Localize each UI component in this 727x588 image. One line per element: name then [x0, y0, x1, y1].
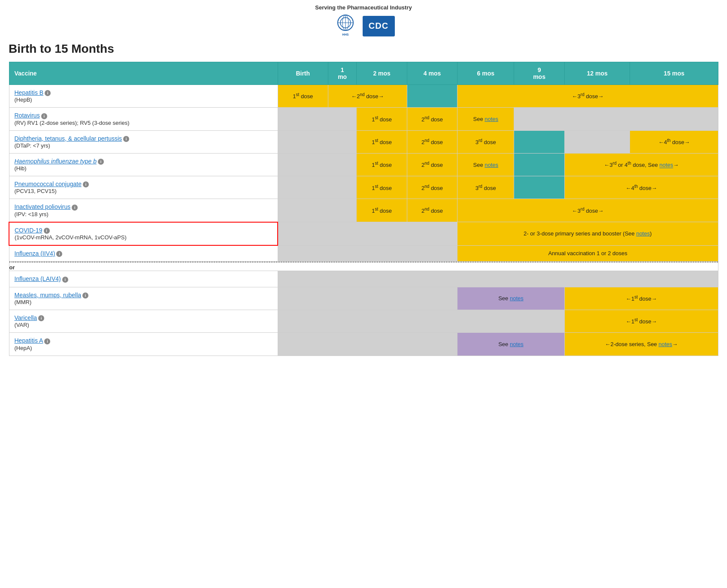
dose-cell: [278, 130, 357, 153]
table-row: Varicellai(VAR)←1st dose→: [9, 310, 718, 332]
top-header: Serving the Pharmaceutical Industry: [9, 4, 718, 11]
vaccine-name[interactable]: Diphtheria, tetanus, & acellular pertuss…: [15, 135, 122, 142]
vaccine-name[interactable]: Hepatitis A: [15, 337, 43, 344]
vaccine-cell-0: Hepatitis Bi(HepB): [9, 85, 278, 108]
info-icon[interactable]: i: [45, 90, 51, 96]
info-icon[interactable]: i: [83, 181, 89, 187]
vaccine-name[interactable]: Pneumococcal conjugate: [15, 181, 82, 187]
table-row: Inactivated poliovirusi(IPV: <18 yrs)1st…: [9, 199, 718, 222]
vaccine-subtitle: (HepA): [15, 345, 32, 351]
dose-cell: 3rd dose: [457, 130, 514, 153]
vaccine-cell-10: Varicellai(VAR): [9, 310, 278, 332]
vaccine-cell-5: Inactivated poliovirusi(IPV: <18 yrs): [9, 199, 278, 222]
page-title: Birth to 15 Months: [9, 42, 718, 56]
dose-cell: [564, 130, 630, 153]
hhs-logo: HHS: [333, 14, 358, 38]
table-row: Rotavirusi(RV) RV1 (2-dose series); RV5 …: [9, 108, 718, 130]
vaccine-subtitle: (MMR): [15, 299, 32, 305]
dose-cell: 1st dose: [357, 153, 407, 176]
table-row: COVID-19i(1vCOV-mRNA, 2vCOV-mRNA, 1vCOV-…: [9, 222, 718, 245]
notes-link[interactable]: notes: [658, 341, 672, 347]
vaccine-cell-4: Pneumococcal conjugatei(PCV13, PCV15): [9, 176, 278, 199]
dose-cell: ←2nd dose→: [328, 85, 407, 108]
2mos-col-header: 2 mos: [357, 62, 407, 85]
dose-cell: ←3rd dose→: [457, 85, 718, 108]
info-icon[interactable]: i: [82, 292, 88, 299]
info-icon[interactable]: i: [41, 113, 47, 119]
table-row: Measles, mumps, rubellai(MMR)See notes←1…: [9, 287, 718, 310]
table-row: Pneumococcal conjugatei(PCV13, PCV15)1st…: [9, 176, 718, 199]
dose-cell: [278, 176, 357, 199]
dose-cell: ←1st dose→: [564, 310, 718, 332]
dose-cell: Annual vaccination 1 or 2 doses: [457, 245, 718, 262]
vaccine-name[interactable]: Influenza (IIV4): [15, 250, 55, 257]
table-row: Influenza (LAIV4)i: [9, 271, 718, 287]
dose-cell: 3rd dose: [457, 176, 514, 199]
info-icon[interactable]: i: [44, 228, 50, 234]
vaccine-name[interactable]: Hepatitis B: [15, 89, 44, 96]
notes-link[interactable]: notes: [660, 162, 673, 169]
table-row: Haemophilus influenzae type bi(Hib)1st d…: [9, 153, 718, 176]
vaccine-name[interactable]: COVID-19: [15, 227, 42, 234]
info-icon[interactable]: i: [38, 315, 44, 321]
info-icon[interactable]: i: [44, 338, 50, 344]
info-icon[interactable]: i: [72, 205, 78, 211]
vaccine-subtitle: (VAR): [15, 322, 29, 328]
dose-cell: [514, 153, 564, 176]
dose-cell: See notes: [457, 333, 565, 356]
15mos-col-header: 15 mos: [630, 62, 718, 85]
dose-cell: ←2-dose series, See notes→: [564, 333, 718, 356]
notes-link[interactable]: notes: [510, 295, 524, 302]
vaccine-cell-6: COVID-19i(1vCOV-mRNA, 2vCOV-mRNA, 1vCOV-…: [9, 222, 278, 245]
dose-cell: 2nd dose: [407, 176, 457, 199]
vaccine-cell-8: Influenza (LAIV4)i: [9, 271, 278, 287]
vaccine-cell-11: Hepatitis Ai(HepA): [9, 333, 278, 356]
cdc-logo: CDC: [363, 16, 395, 36]
table-header-row: Vaccine Birth 1mo 2 mos 4 mos 6 mos 9mos…: [9, 62, 718, 85]
notes-link[interactable]: notes: [636, 230, 650, 237]
dose-cell: ←4th dose→: [630, 130, 718, 153]
vaccine-cell-3: Haemophilus influenzae type bi(Hib): [9, 153, 278, 176]
notes-link[interactable]: notes: [485, 116, 498, 122]
vaccine-subtitle: (HepB): [15, 96, 32, 103]
vaccine-cell-2: Diphtheria, tetanus, & acellular pertuss…: [9, 130, 278, 153]
1mo-col-header: 1mo: [328, 62, 357, 85]
vaccine-name[interactable]: Haemophilus influenzae type b: [15, 158, 97, 165]
logos-container: HHS CDC: [9, 14, 718, 38]
info-icon[interactable]: i: [56, 251, 62, 257]
dose-cell: [278, 199, 357, 222]
dose-cell: [278, 310, 564, 332]
vaccine-name[interactable]: Inactivated poliovirus: [15, 203, 71, 210]
vaccine-name[interactable]: Rotavirus: [15, 112, 40, 119]
dose-cell: [278, 222, 457, 245]
12mos-col-header: 12 mos: [564, 62, 630, 85]
dose-cell: 2nd dose: [407, 108, 457, 130]
dose-cell: ←4th dose→: [564, 176, 718, 199]
table-row: Hepatitis Bi(HepB)1st dose←2nd dose→←3rd…: [9, 85, 718, 108]
dose-cell: [278, 287, 457, 310]
dose-cell: 2nd dose: [407, 199, 457, 222]
dose-cell: [278, 245, 457, 262]
info-icon[interactable]: i: [62, 277, 68, 283]
birth-col-header: Birth: [278, 62, 328, 85]
vaccine-subtitle: (PCV13, PCV15): [15, 188, 57, 194]
vaccine-subtitle: (RV) RV1 (2-dose series); RV5 (3-dose se…: [15, 120, 130, 126]
vaccine-col-header: Vaccine: [9, 62, 278, 85]
dose-cell: [514, 130, 564, 153]
dose-cell: 2nd dose: [407, 130, 457, 153]
vaccine-schedule-table: Vaccine Birth 1mo 2 mos 4 mos 6 mos 9mos…: [9, 62, 718, 356]
dose-cell: 2nd dose: [407, 153, 457, 176]
notes-link[interactable]: notes: [510, 341, 524, 347]
vaccine-name[interactable]: Influenza (LAIV4): [15, 275, 61, 282]
dose-cell: [514, 176, 564, 199]
vaccine-name[interactable]: Measles, mumps, rubella: [15, 292, 82, 299]
vaccine-cell-9: Measles, mumps, rubellai(MMR): [9, 287, 278, 310]
info-icon[interactable]: i: [98, 159, 104, 165]
info-icon[interactable]: i: [123, 136, 129, 142]
vaccine-name[interactable]: Varicella: [15, 314, 37, 321]
vaccine-subtitle: (IPV: <18 yrs): [15, 211, 48, 217]
svg-text:HHS: HHS: [342, 33, 348, 36]
dose-cell: 1st dose: [357, 130, 407, 153]
notes-link[interactable]: notes: [485, 162, 498, 168]
dose-cell: 1st dose: [278, 85, 328, 108]
